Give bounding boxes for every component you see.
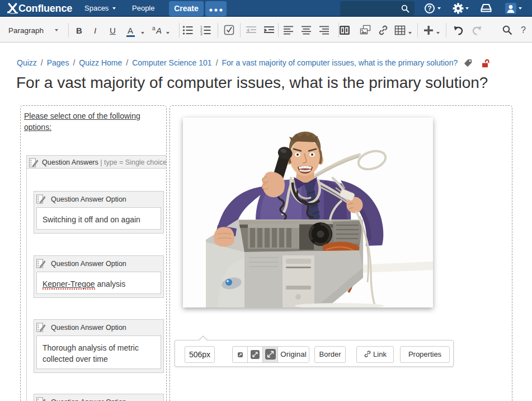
svg-text:3: 3: [200, 32, 203, 36]
